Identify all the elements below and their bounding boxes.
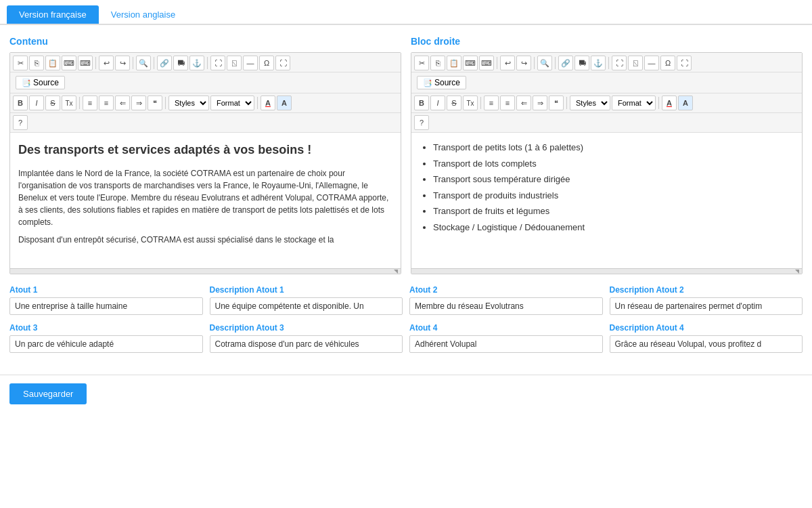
left-special-btn[interactable]: Ω — [259, 56, 274, 70]
right-image-btn[interactable]: ⛶ — [612, 56, 627, 70]
right-fontcolor-btn[interactable]: A — [662, 96, 677, 110]
left-find-btn[interactable]: 🔍 — [136, 56, 151, 70]
right-fontbg-btn[interactable]: A — [678, 96, 693, 110]
right-resize-handle[interactable] — [411, 268, 802, 274]
save-button[interactable]: Sauvegarder — [9, 383, 87, 404]
right-paste-word-btn[interactable]: ⌨ — [479, 56, 494, 70]
field-input-5[interactable] — [210, 335, 403, 353]
field-group-4: Atout 3 — [9, 323, 203, 353]
list-item-5: Stockage / Logistique / Dédouanement — [433, 221, 794, 234]
field-group-1: Description Atout 1 — [210, 285, 403, 315]
field-input-6[interactable] — [409, 335, 603, 353]
left-undo-btn[interactable]: ↩ — [99, 56, 114, 70]
right-source-row: 📑 Source — [411, 72, 802, 93]
right-blockquote-btn[interactable]: ❝ — [549, 96, 564, 110]
right-sep1 — [497, 57, 497, 69]
left-unlink-btn[interactable]: ⛟ — [173, 56, 188, 70]
right-ol-btn[interactable]: ≡ — [484, 96, 499, 110]
right-ul-btn[interactable]: ≡ — [500, 96, 515, 110]
right-unlink-btn[interactable]: ⛟ — [574, 56, 589, 70]
tab-fr[interactable]: Version française — [7, 5, 99, 24]
left-copy-btn[interactable]: ⎘ — [29, 56, 44, 70]
left-redo-btn[interactable]: ↪ — [115, 56, 130, 70]
right-sep6 — [566, 97, 567, 109]
right-bold-btn[interactable]: B — [414, 96, 429, 110]
right-indent-more-btn[interactable]: ⇒ — [533, 96, 547, 110]
save-bar: Sauvegarder — [0, 375, 812, 412]
left-paste-word-btn[interactable]: ⌨ — [78, 56, 93, 70]
right-sep4 — [608, 57, 609, 69]
list-item-1: Transport de lots complets — [433, 157, 794, 171]
right-format-select[interactable]: Format — [612, 96, 656, 110]
field-group-7: Description Atout 4 — [610, 323, 803, 353]
field-label-1: Description Atout 1 — [210, 285, 403, 295]
field-label-0: Atout 1 — [9, 285, 203, 295]
right-clearformat-btn[interactable]: Tx — [463, 96, 478, 110]
page-wrapper: Version française Version anglaise Conte… — [0, 0, 812, 508]
left-format-row: B I S Tx ≡ ≡ ⇐ ⇒ ❝ Styles — [10, 93, 401, 113]
right-editor-content[interactable]: Transport de petits lots (1 à 6 palettes… — [411, 133, 802, 268]
right-indent-less-btn[interactable]: ⇐ — [516, 96, 531, 110]
left-toolbar-row1: ✂ ⎘ 📋 ⌨ ⌨ ↩ ↪ 🔍 🔗 ⛟ ⚓ — [10, 53, 401, 72]
left-indent-more-btn[interactable]: ⇒ — [131, 96, 146, 110]
right-italic-btn[interactable]: I — [430, 96, 445, 110]
left-editor-content[interactable]: Des transports et services adaptés à vos… — [10, 133, 401, 268]
left-ol-btn[interactable]: ≡ — [83, 96, 97, 110]
left-bold-btn[interactable]: B — [13, 96, 28, 110]
tab-en[interactable]: Version anglaise — [99, 5, 187, 24]
left-ul-btn[interactable]: ≡ — [99, 96, 114, 110]
left-table-btn[interactable]: ⍂ — [227, 56, 242, 70]
field-input-4[interactable] — [9, 335, 203, 353]
field-input-2[interactable] — [409, 297, 603, 315]
right-cut-btn[interactable]: ✂ — [414, 56, 429, 70]
field-group-0: Atout 1 — [9, 285, 203, 315]
left-styles-select[interactable]: Styles — [168, 96, 209, 110]
right-link-btn[interactable]: 🔗 — [558, 56, 573, 70]
left-fontcolor-btn[interactable]: A — [261, 96, 275, 110]
left-paste-btn[interactable]: 📋 — [45, 56, 60, 70]
right-copy-btn[interactable]: ⎘ — [430, 56, 445, 70]
field-label-4: Atout 3 — [9, 323, 203, 333]
right-special-btn[interactable]: Ω — [660, 56, 675, 70]
left-image-btn[interactable]: ⛶ — [210, 56, 225, 70]
field-input-0[interactable] — [9, 297, 203, 315]
right-hr-btn[interactable]: — — [644, 56, 659, 70]
left-maximize-btn[interactable]: ⛶ — [275, 56, 290, 70]
right-find-btn[interactable]: 🔍 — [537, 56, 552, 70]
field-input-1[interactable] — [210, 297, 403, 315]
left-resize-handle[interactable] — [10, 268, 401, 274]
field-input-7[interactable] — [610, 335, 803, 353]
right-undo-btn[interactable]: ↩ — [500, 56, 515, 70]
left-strike-btn[interactable]: S — [45, 96, 60, 110]
left-help-btn[interactable]: ? — [13, 115, 28, 130]
right-paste-text-btn[interactable]: ⌨ — [463, 56, 478, 70]
left-cut-btn[interactable]: ✂ — [13, 56, 28, 70]
field-input-3[interactable] — [610, 297, 803, 315]
right-redo-btn[interactable]: ↪ — [516, 56, 531, 70]
right-paste-btn[interactable]: 📋 — [447, 56, 461, 70]
right-section-title: Bloc droite — [411, 36, 803, 47]
left-fontbg-btn[interactable]: A — [277, 96, 292, 110]
left-hr-btn[interactable]: — — [243, 56, 258, 70]
right-anchor-btn[interactable]: ⚓ — [591, 56, 606, 70]
left-anchor-btn[interactable]: ⚓ — [189, 56, 204, 70]
left-italic-btn[interactable]: I — [29, 96, 44, 110]
right-source-btn[interactable]: 📑 Source — [417, 76, 466, 89]
left-indent-less-btn[interactable]: ⇐ — [115, 96, 130, 110]
left-link-btn[interactable]: 🔗 — [157, 56, 172, 70]
left-editor-para1: Implantée dans le Nord de la France, la … — [18, 167, 392, 228]
right-maximize-btn[interactable]: ⛶ — [677, 56, 692, 70]
left-sep2 — [133, 57, 133, 69]
left-clearformat-btn[interactable]: Tx — [62, 96, 76, 110]
left-blockquote-btn[interactable]: ❝ — [148, 96, 162, 110]
right-table-btn[interactable]: ⍂ — [628, 56, 643, 70]
fields-grid: Atout 1Description Atout 1Atout 2Descrip… — [9, 285, 803, 353]
right-help-btn[interactable]: ? — [414, 115, 429, 130]
right-strike-btn[interactable]: S — [447, 96, 461, 110]
left-source-btn[interactable]: 📑 Source — [16, 76, 65, 89]
list-item-4: Transport de fruits et légumes — [433, 205, 794, 218]
right-styles-select[interactable]: Styles — [570, 96, 610, 110]
left-format-select[interactable]: Format — [210, 96, 254, 110]
left-editor-heading: Des transports et services adaptés à vos… — [18, 141, 392, 159]
left-paste-text-btn[interactable]: ⌨ — [62, 56, 76, 70]
